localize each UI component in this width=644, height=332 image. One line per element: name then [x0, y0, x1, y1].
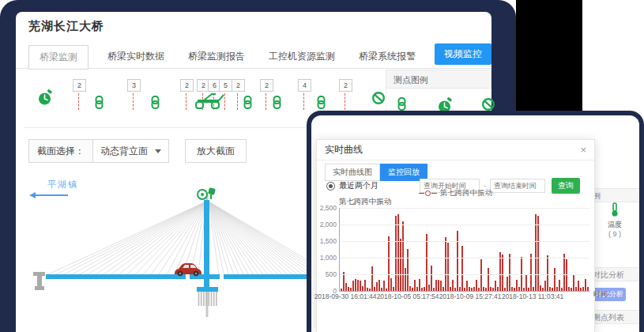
link-icon[interactable] [397, 97, 407, 111]
sensor-count-badge[interactable]: 2 [232, 79, 245, 92]
tab-2[interactable]: 桥梁监测报告 [188, 50, 245, 63]
chart-bar [544, 281, 546, 291]
query-button[interactable]: 查询 [552, 178, 580, 194]
start-time-input[interactable] [420, 179, 480, 193]
chart-bar [509, 254, 510, 291]
link-icon[interactable] [316, 96, 326, 109]
bank-side-label: 平湖镇 [47, 179, 78, 191]
thermometer-icon [610, 211, 620, 219]
sidepanel-list-header: 测点列表 [590, 310, 639, 324]
no-entry-icon[interactable] [371, 91, 386, 105]
section-select-label: 截面选择： [28, 139, 93, 163]
sensor-count-badge[interactable]: 2 [180, 79, 194, 92]
chart-bar [552, 288, 553, 291]
realtime-curve-dialog: 实时曲线 × 实时曲线图 监控回放 最近两个月 - 查询 第七跨跨中 [316, 139, 595, 332]
chart-bar [443, 287, 444, 291]
chart-bar [405, 268, 406, 291]
chart-bar [525, 274, 527, 291]
chart-bar [367, 288, 368, 291]
chart-bar [559, 280, 560, 291]
black-backdrop [516, 0, 582, 111]
section-select-value: 动态背立面 [100, 140, 148, 162]
chart-bar [355, 279, 356, 291]
chart-bar [421, 288, 423, 291]
chart-bar [428, 285, 430, 291]
video-monitor-button[interactable]: 视频监控 [435, 43, 491, 65]
x-axis-tick-label: 2018-10-09 15:27:41 [439, 292, 502, 300]
chart-bar [549, 287, 551, 291]
sensor-dash-line [186, 93, 186, 110]
left-pier [33, 272, 45, 290]
y-axis-tick-label: 2,000 [314, 221, 337, 228]
gridline [340, 208, 589, 209]
chart-bar [454, 288, 456, 291]
tab-realtime-curve[interactable]: 实时曲线图 [325, 164, 380, 181]
chart-bar [412, 288, 413, 291]
pylon [204, 200, 209, 279]
chart-bar [561, 288, 563, 291]
chart-bar [395, 216, 397, 291]
recent-two-months-radio[interactable] [326, 182, 335, 191]
chart-bar [547, 255, 548, 291]
gridline [340, 274, 589, 275]
chart-bar [360, 281, 361, 291]
dialog-tabs: 实时曲线图 监控回放 [325, 164, 427, 181]
chart-bar [364, 280, 366, 291]
chart-bar [488, 268, 489, 291]
link-icon[interactable] [94, 96, 104, 109]
tab-1[interactable]: 桥梁实时数据 [107, 50, 164, 63]
chart-bar [473, 287, 475, 291]
section-select[interactable]: 动态背立面 [93, 139, 169, 163]
tab-3[interactable]: 工控机资源监测 [269, 50, 335, 63]
chart-bar [378, 280, 380, 291]
chart-bar [495, 281, 496, 291]
sensor-count-badge[interactable]: 3 [127, 79, 141, 92]
sensor-count-badge[interactable]: 2 [339, 79, 352, 92]
chart-bar [554, 268, 555, 291]
sensor-dash-line [345, 93, 345, 110]
no-entry-icon[interactable] [481, 97, 495, 111]
chart-bar [435, 280, 437, 291]
sensor-count-badge[interactable]: 2 [260, 79, 273, 92]
gridline [340, 241, 589, 242]
link-icon[interactable] [150, 96, 160, 109]
chart-bar [341, 289, 342, 291]
legend-panel-header: 测点图例 [386, 70, 491, 89]
camera-icon[interactable] [198, 187, 216, 199]
sidepanel-legend-header: 例 [590, 188, 639, 202]
sensor-count-badge[interactable]: 4 [298, 79, 311, 92]
link-icon[interactable] [272, 96, 282, 109]
sidepanel-temperature-item[interactable]: 温度 ( 9 ) [590, 202, 639, 239]
sensor-count-badge[interactable]: 2 [73, 79, 86, 92]
link-icon[interactable] [243, 96, 253, 109]
chart-bar [374, 287, 375, 291]
truck-icon[interactable] [194, 92, 226, 109]
chart-bar [381, 288, 382, 291]
chart-bar [447, 243, 449, 291]
gridline [340, 258, 589, 258]
screen: 芜湖长江大桥 桥梁监测桥梁实时数据桥梁监测报告工控机资源监测桥梁系统报警 视频监… [0, 0, 644, 332]
chart-bars [341, 208, 589, 291]
close-icon[interactable]: × [580, 140, 586, 160]
chart-bar [426, 234, 427, 291]
sidepanel-compare-header: 对比分析 [590, 267, 639, 281]
tab-4[interactable]: 桥梁系统报警 [359, 50, 416, 63]
bridge-drawing [20, 168, 312, 326]
chart-bar [386, 289, 387, 291]
main-tabs: 桥梁监测桥梁实时数据桥梁监测报告工控机资源监测桥梁系统报警 [28, 45, 439, 69]
chart-bar [485, 288, 487, 291]
y-axis-tick-label: 500 [314, 270, 337, 278]
end-time-input[interactable] [490, 179, 545, 193]
chart-bar [440, 281, 442, 291]
chart-bar [450, 287, 451, 291]
chart-bar [582, 287, 584, 291]
tab-0[interactable]: 桥梁监测 [28, 45, 89, 70]
enlarge-section-button[interactable]: 放大截面 [185, 139, 247, 163]
y-axis-tick-label: 1,000 [314, 254, 337, 262]
sensor-count-badge[interactable]: 5 [219, 79, 232, 92]
temperature-label: 温度 [590, 220, 639, 229]
section-controls: 截面选择： 动态背立面 放大截面 [28, 139, 247, 163]
chart-title: 第七跨跨中振动 [339, 197, 392, 207]
stopwatch-icon[interactable] [38, 89, 53, 105]
chart-bar [350, 288, 352, 291]
